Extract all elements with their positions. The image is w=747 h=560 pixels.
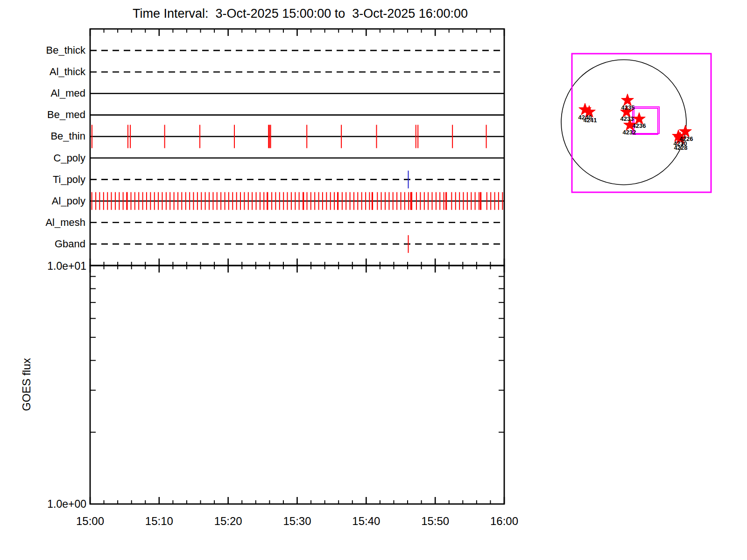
filter-panel-border	[90, 29, 504, 266]
filter-label-Al_med: Al_med	[20, 87, 85, 99]
goes-y-axis-title: GOES flux	[20, 354, 33, 415]
time-axis-label-15:50: 15:50	[412, 515, 458, 528]
filter-label-Be_thick: Be_thick	[20, 44, 85, 56]
filter-label-Be_med: Be_med	[20, 109, 85, 121]
active-region-label-4232: 4232	[619, 129, 640, 135]
time-axis-label-15:20: 15:20	[205, 515, 252, 528]
active-region-label-4235: 4235	[618, 105, 638, 111]
time-axis-label-15:40: 15:40	[343, 515, 389, 528]
time-axis-label-15:10: 15:10	[136, 515, 183, 528]
time-axis-label-16:00: 16:00	[481, 515, 528, 528]
active-region-label-4233: 4233	[617, 116, 637, 122]
active-region-label-4241: 4241	[580, 117, 600, 123]
goes-panel-border	[90, 266, 504, 504]
filter-label-Be_thin: Be_thin	[20, 130, 85, 142]
filter-label-Al_mesh: Al_mesh	[20, 217, 85, 229]
goes-y-top-label: 1.0e+01	[21, 260, 86, 273]
filter-label-Al_thick: Al_thick	[20, 66, 85, 78]
page-title: Time Interval: 3-Oct-2025 15:00:00 to 3-…	[90, 7, 510, 21]
filter-label-Gband: Gband	[20, 238, 85, 250]
active-region-label-4228: 4228	[670, 145, 691, 151]
xrt-observation-plot: Time Interval: 3-Oct-2025 15:00:00 to 3-…	[0, 0, 747, 560]
filter-label-C_poly: C_poly	[20, 152, 85, 164]
time-axis-label-15:30: 15:30	[274, 515, 321, 528]
filter-label-Ti_poly: Ti_poly	[20, 174, 85, 186]
active-region-label-4236: 4236	[629, 123, 649, 129]
plot-canvas	[0, 0, 747, 560]
goes-y-bottom-label: 1.0e+00	[21, 498, 86, 511]
time-axis-label-15:00: 15:00	[67, 515, 113, 528]
filter-label-Al_poly: Al_poly	[20, 195, 85, 207]
